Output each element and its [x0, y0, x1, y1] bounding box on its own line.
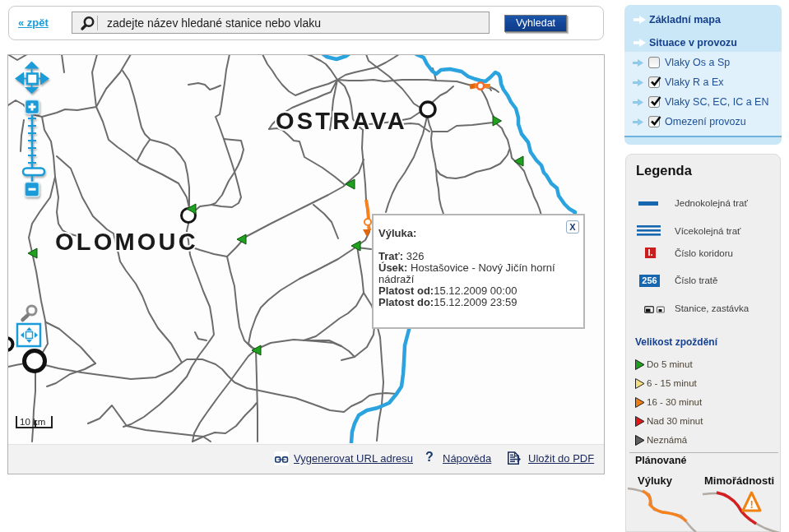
svg-text:!: !: [750, 498, 754, 511]
svg-text:OLOMOUC: OLOMOUC: [55, 229, 198, 255]
svg-text:OSTRAVA: OSTRAVA: [276, 108, 407, 134]
svg-text:10 km: 10 km: [20, 417, 45, 427]
